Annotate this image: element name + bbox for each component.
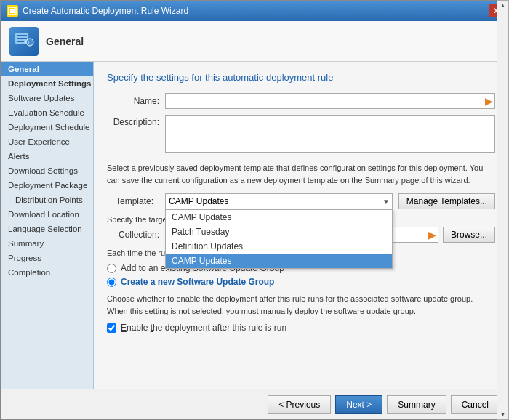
sidebar-item-progress[interactable]: Progress (1, 251, 93, 265)
window-icon (7, 5, 18, 17)
description-row: Description: ▲ ▼ (107, 115, 495, 155)
dropdown-option-patch-tuesday[interactable]: Patch Tuesday (166, 225, 392, 239)
description-textarea-wrapper (165, 115, 495, 155)
collection-warning-icon: ▶ (428, 229, 436, 241)
name-label: Name: (107, 96, 165, 106)
enable-label-text: Enable the deployment after this rule is… (121, 323, 286, 333)
sidebar-item-completion[interactable]: Completion (1, 265, 93, 280)
sidebar-item-software-updates[interactable]: Software Updates (1, 91, 93, 105)
dropdown-option-camp[interactable]: CAMP Updates (166, 210, 392, 225)
template-dropdown[interactable]: CAMP Updates (165, 193, 393, 209)
name-input-wrapper: ▶ (165, 93, 495, 109)
footer-bar: < Previous Next > Summary Cancel (1, 389, 508, 419)
dropdown-option-camp-updates[interactable]: CAMP Updates (166, 254, 392, 268)
sidebar-item-download-settings[interactable]: Download Settings (1, 163, 93, 178)
sidebar-item-deployment-package[interactable]: Deployment Package (1, 178, 93, 193)
name-row: Name: ▶ (107, 93, 495, 109)
sidebar-item-language-selection[interactable]: Language Selection (1, 222, 93, 236)
dropdown-option-definition-updates[interactable]: Definition Updates (166, 239, 392, 254)
enable-deployment-checkbox[interactable] (107, 323, 116, 333)
enable-deployment-label: Enable the deployment after this rule is… (121, 323, 286, 333)
enable-rest: nable (127, 323, 151, 333)
choose-text: Choose whether to enable the deployment … (107, 293, 495, 317)
sidebar: General Deployment Settings Software Upd… (1, 62, 94, 389)
sidebar-item-distribution-points[interactable]: Distribution Points (1, 193, 93, 207)
window: Create Automatic Deployment Rule Wizard … (0, 0, 509, 420)
collection-label: Collection: (107, 230, 165, 240)
enable-he: he deployment after this rule is run (153, 323, 286, 333)
radio-new[interactable] (107, 278, 116, 287)
svg-rect-5 (17, 41, 24, 42)
svg-text:i: i (28, 40, 29, 45)
sidebar-item-deployment-schedule[interactable]: Deployment Schedule (1, 120, 93, 134)
name-input[interactable] (165, 93, 495, 109)
content-title: Specify the settings for this automatic … (107, 72, 495, 83)
next-button[interactable]: Next > (335, 395, 382, 414)
wizard-icon-glyph: i (14, 29, 34, 54)
template-label: Template: (107, 193, 159, 206)
svg-rect-1 (10, 9, 15, 13)
svg-rect-4 (17, 38, 27, 39)
description-textarea[interactable] (165, 115, 495, 153)
header-bar: i General (1, 21, 508, 62)
radio-row-2: Create a new Software Update Group (107, 277, 495, 287)
enable-e-underline: E (121, 323, 127, 333)
radio-new-label: Create a new Software Update Group (121, 277, 274, 287)
cancel-button[interactable]: Cancel (451, 395, 500, 414)
main-content: General Deployment Settings Software Upd… (1, 62, 508, 389)
svg-rect-3 (17, 35, 27, 36)
sidebar-item-user-experience[interactable]: User Experience (1, 134, 93, 149)
radio-existing[interactable] (107, 264, 116, 273)
title-bar: Create Automatic Deployment Rule Wizard … (1, 1, 508, 21)
content-area: Specify the settings for this automatic … (94, 62, 508, 389)
sidebar-item-download-location[interactable]: Download Location (1, 207, 93, 222)
wizard-icon: i (9, 27, 39, 56)
header-title: General (46, 36, 84, 47)
previous-button[interactable]: < Previous (268, 395, 331, 414)
sidebar-item-deployment-settings[interactable]: Deployment Settings (1, 76, 93, 91)
sidebar-item-general[interactable]: General (1, 62, 93, 76)
sidebar-item-alerts[interactable]: Alerts (1, 149, 93, 163)
summary-button[interactable]: Summary (387, 395, 446, 414)
template-row: Template: CAMP Updates ▼ CAMP Updates Pa… (107, 193, 495, 209)
description-label: Description: (107, 115, 165, 127)
title-bar-left: Create Automatic Deployment Rule Wizard (7, 5, 188, 17)
window-title: Create Automatic Deployment Rule Wizard (23, 6, 188, 16)
template-dropdown-wrapper: CAMP Updates ▼ CAMP Updates Patch Tuesda… (165, 193, 393, 209)
manage-templates-button[interactable]: Manage Templates... (398, 193, 495, 209)
name-warning-icon: ▶ (485, 95, 493, 107)
template-dropdown-open: CAMP Updates Patch Tuesday Definition Up… (165, 209, 393, 269)
sidebar-item-evaluation-schedule[interactable]: Evaluation Schedule (1, 105, 93, 120)
browse-button[interactable]: Browse... (443, 227, 495, 243)
info-text: Select a previously saved deployment tem… (107, 162, 495, 186)
checkbox-row: Enable the deployment after this rule is… (107, 323, 495, 333)
description-scrollbar: ▲ ▼ (497, 62, 508, 389)
sidebar-item-summary[interactable]: Summary (1, 236, 93, 251)
